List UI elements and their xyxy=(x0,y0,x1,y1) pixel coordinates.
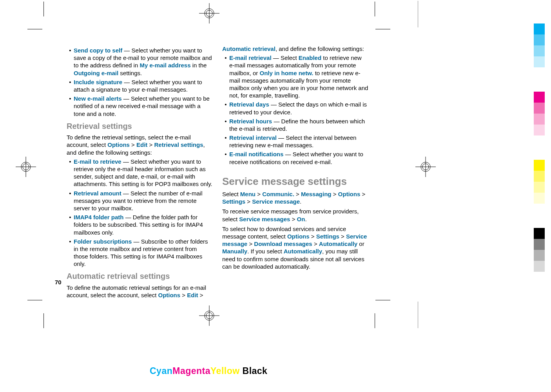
list-item-text: New e-mail alerts — Select whether you w… xyxy=(74,95,213,117)
bullet-icon: • xyxy=(222,117,229,125)
bullet-icon: • xyxy=(67,47,74,54)
list-item: •Retrieval amount — Select the number of… xyxy=(67,190,213,212)
list-item: •Include signature — Select whether you … xyxy=(67,78,213,93)
color-swatch xyxy=(534,56,545,67)
cropmark xyxy=(27,29,42,29)
cropmark xyxy=(375,29,390,29)
list-item: •Retrieval days — Select the days on whi… xyxy=(222,101,368,116)
color-swatch xyxy=(534,250,545,261)
color-swatch xyxy=(534,67,545,92)
bullet-icon: • xyxy=(67,190,74,197)
color-swatch xyxy=(534,239,545,250)
bullet-icon: • xyxy=(222,54,229,61)
bullet-icon: • xyxy=(222,101,229,108)
paragraph: To define the automatic retrieval settin… xyxy=(67,284,213,299)
cropmark xyxy=(44,313,44,328)
heading-retrieval: Retrieval settings xyxy=(67,121,213,132)
color-swatch xyxy=(534,182,545,193)
bullet-icon: • xyxy=(67,238,74,245)
color-swatch xyxy=(534,23,545,34)
bullet-icon: • xyxy=(67,158,74,165)
color-bar xyxy=(534,23,545,272)
color-swatch xyxy=(534,135,545,160)
page-content: •Send copy to self — Select whether you … xyxy=(67,45,368,299)
bullet-list: •E-mail retrieval — Select Enabled to re… xyxy=(222,54,368,166)
heading-auto-retrieval: Automatic retrieval settings xyxy=(67,271,213,282)
hairline xyxy=(418,302,418,328)
bullet-icon: • xyxy=(222,150,229,158)
column-left: •Send copy to self — Select whether you … xyxy=(67,45,213,299)
list-item: •New e-mail alerts — Select whether you … xyxy=(67,95,213,117)
cropmark xyxy=(375,2,375,16)
color-swatch xyxy=(534,171,545,182)
paragraph: To define the retrieval settings, select… xyxy=(67,134,213,156)
list-item: •IMAP4 folder path — Define the folder p… xyxy=(67,213,213,236)
registration-mark-icon xyxy=(415,157,436,177)
cropmark xyxy=(44,2,44,16)
yellow-label: Yellow xyxy=(210,366,240,376)
color-swatch xyxy=(534,92,545,103)
cropmark xyxy=(27,300,42,300)
color-swatch xyxy=(534,160,545,171)
list-item-text: Retrieval amount — Select the number of … xyxy=(74,190,213,212)
registration-mark-icon xyxy=(199,3,219,23)
color-swatch xyxy=(534,103,545,114)
list-item-text: IMAP4 folder path — Define the folder pa… xyxy=(74,213,213,236)
cyan-label: Cyan xyxy=(150,366,172,376)
color-swatch xyxy=(534,261,545,272)
bullet-icon: • xyxy=(67,95,74,102)
list-item: •Retrieval hours — Define the hours betw… xyxy=(222,117,368,132)
list-item-text: E-mail retrieval — Select Enabled to ret… xyxy=(229,54,368,99)
bullet-icon: • xyxy=(222,134,229,141)
bullet-list: •Send copy to self — Select whether you … xyxy=(67,47,213,117)
cropmark xyxy=(375,300,390,300)
paragraph: To receive service messages from service… xyxy=(222,208,368,222)
column-right: Automatic retrieval, and define the foll… xyxy=(222,45,368,299)
color-swatch xyxy=(534,193,545,204)
list-item: •E-mail notifications — Select whether y… xyxy=(222,150,368,165)
list-item: •E-mail to retrieve — Select whether you… xyxy=(67,158,213,188)
color-swatch xyxy=(534,45,545,56)
color-swatch xyxy=(534,114,545,125)
list-item: •Retrieval interval — Select the interva… xyxy=(222,134,368,149)
color-swatch xyxy=(534,125,545,135)
magenta-label: Magenta xyxy=(172,366,210,376)
list-item-text: E-mail notifications — Select whether yo… xyxy=(229,150,368,165)
paragraph: Select Menu > Communic. > Messaging > Op… xyxy=(222,190,368,205)
list-item-text: Retrieval hours — Define the hours betwe… xyxy=(229,117,368,132)
list-item-text: Folder subscriptions — Subscribe to othe… xyxy=(74,238,213,268)
registration-mark-icon xyxy=(199,305,219,326)
cropmark xyxy=(375,313,375,328)
list-item-text: Retrieval days — Select the days on whic… xyxy=(229,101,368,116)
paragraph: Automatic retrieval, and define the foll… xyxy=(222,45,368,52)
color-swatch xyxy=(534,204,545,228)
bullet-list: •E-mail to retrieve — Select whether you… xyxy=(67,158,213,268)
heading-service-message: Service message settings xyxy=(222,175,368,188)
bullet-icon: • xyxy=(67,78,74,86)
list-item-text: Include signature — Select whether you w… xyxy=(74,78,213,93)
list-item: •Folder subscriptions — Subscribe to oth… xyxy=(67,238,213,268)
list-item-text: E-mail to retrieve — Select whether you … xyxy=(74,158,213,188)
cmyk-label: CyanMagentaYellow Black xyxy=(150,366,267,376)
registration-mark-icon xyxy=(16,157,36,177)
bullet-icon: • xyxy=(67,213,74,221)
list-item: •E-mail retrieval — Select Enabled to re… xyxy=(222,54,368,99)
black-label: Black xyxy=(243,366,268,376)
list-item: •Send copy to self — Select whether you … xyxy=(67,47,213,77)
list-item-text: Send copy to self — Select whether you w… xyxy=(74,47,213,77)
color-swatch xyxy=(534,228,545,239)
page-number: 70 xyxy=(55,279,62,285)
hairline xyxy=(418,1,418,27)
color-swatch xyxy=(534,34,545,45)
list-item-text: Retrieval interval — Select the interval… xyxy=(229,134,368,149)
paragraph: To select how to download services and s… xyxy=(222,225,368,270)
